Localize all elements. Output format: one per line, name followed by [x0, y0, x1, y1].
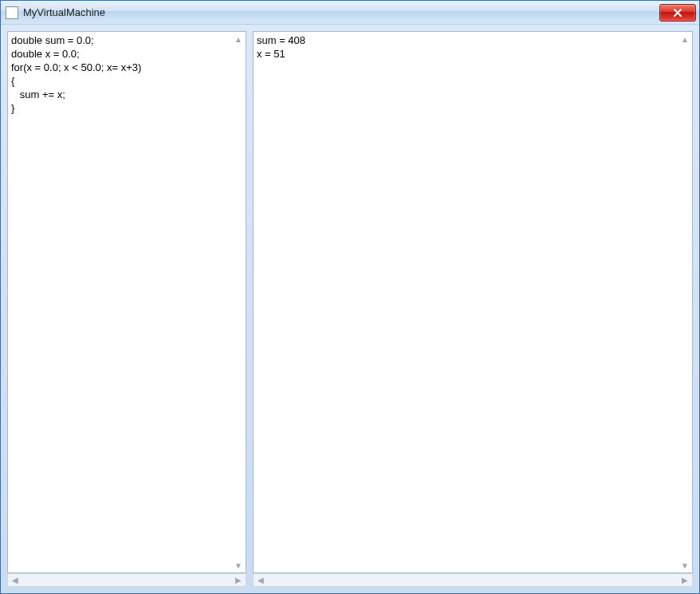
code-horizontal-scrollbar[interactable]: ◀ ▶	[7, 573, 246, 587]
title-bar[interactable]: MyVirtualMachine	[1, 1, 699, 25]
scroll-right-icon[interactable]: ▶	[679, 575, 690, 586]
output-text: sum = 408 x = 51	[254, 32, 678, 572]
close-button[interactable]	[659, 4, 696, 22]
close-icon	[673, 8, 682, 18]
output-view[interactable]: sum = 408 x = 51 ▲ ▼	[253, 31, 693, 573]
code-vertical-scrollbar[interactable]: ▲ ▼	[232, 33, 245, 572]
output-horizontal-scrollbar[interactable]: ◀ ▶	[253, 573, 693, 587]
output-vertical-scrollbar[interactable]: ▲ ▼	[678, 33, 691, 572]
scroll-right-icon[interactable]: ▶	[233, 575, 244, 586]
app-icon	[6, 6, 18, 19]
client-area: double sum = 0.0; double x = 0.0; for(x …	[1, 25, 699, 593]
code-panel: double sum = 0.0; double x = 0.0; for(x …	[7, 31, 246, 587]
output-panel: sum = 408 x = 51 ▲ ▼ ◀ ▶	[253, 31, 693, 587]
scroll-down-icon[interactable]: ▼	[678, 559, 691, 572]
window-title: MyVirtualMachine	[23, 1, 659, 24]
scroll-up-icon[interactable]: ▲	[678, 33, 691, 45]
scroll-up-icon[interactable]: ▲	[232, 33, 245, 45]
app-window: MyVirtualMachine double sum = 0.0; doubl…	[0, 0, 700, 594]
scroll-left-icon[interactable]: ◀	[255, 575, 266, 586]
scroll-left-icon[interactable]: ◀	[10, 575, 21, 586]
code-editor[interactable]: double sum = 0.0; double x = 0.0; for(x …	[7, 31, 246, 573]
scroll-down-icon[interactable]: ▼	[232, 559, 245, 572]
code-text[interactable]: double sum = 0.0; double x = 0.0; for(x …	[8, 32, 232, 572]
